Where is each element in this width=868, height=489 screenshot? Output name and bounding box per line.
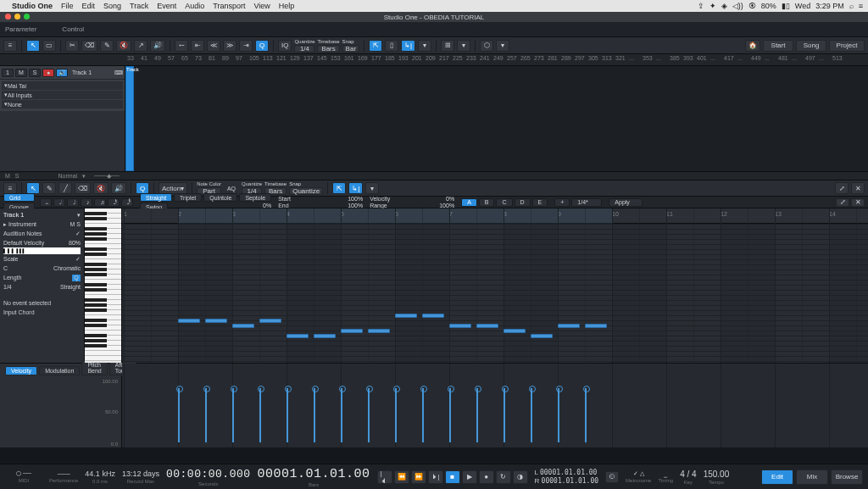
slot-b[interactable]: B [479,198,495,207]
play-button[interactable]: ▶ [462,470,477,484]
track-mute[interactable]: M [15,69,27,77]
midi-note[interactable] [368,329,390,333]
ed-snap-value[interactable]: Quantize [289,187,323,195]
song-button[interactable]: Song [796,40,826,52]
arrow-tool[interactable]: ↖ [26,40,40,52]
arrange-ruler[interactable]: 3341495765738189971051131211291371451531… [0,54,868,66]
scale-name[interactable]: Chromatic [53,265,81,271]
track-solo[interactable]: S [29,69,41,77]
mix-panel-button[interactable]: Mix [796,470,828,485]
quintole-mode[interactable]: Quintole [203,193,237,202]
project-button[interactable]: Project [829,40,865,52]
midi-note[interactable] [504,329,526,333]
automation-dd-icon[interactable]: ▾ [496,40,509,52]
time-signature[interactable]: 4 / 4 [680,470,696,479]
midi-note[interactable] [259,319,281,323]
end-val[interactable]: 100% [348,203,363,208]
menu-icon[interactable]: ≡ [3,40,17,52]
menu-event[interactable]: Event [157,2,176,10]
velocity-area[interactable] [122,364,868,447]
track-output[interactable]: ▾ None [2,100,123,108]
status-dd-icon[interactable]: ▾ [82,173,86,180]
split-tool[interactable]: ✂ [65,40,79,52]
ed-goto-icon[interactable]: ⇱ [332,182,346,194]
ed-goto2-icon[interactable]: ↳| [348,182,363,194]
listen-tool[interactable]: 🔊 [150,40,165,52]
length-q-icon[interactable]: Q [72,275,81,281]
slot-e[interactable]: E [532,198,548,207]
straight-mode[interactable]: Straight [140,193,172,202]
menu-file[interactable]: File [61,2,74,10]
ed-arrow-tool[interactable]: ↖ [26,182,40,194]
midi-note[interactable] [476,324,498,328]
midi-note[interactable] [585,324,607,328]
iq-label[interactable]: IQ [278,40,292,52]
ed-mute-tool[interactable]: 🔇 [93,182,108,194]
midi-note[interactable] [287,334,309,338]
velocity-bar[interactable] [558,388,559,442]
midi-note[interactable] [205,319,227,323]
apply-button[interactable]: Apply [609,198,643,207]
home-icon[interactable]: 🏠 [745,40,760,52]
menu-song[interactable]: Song [103,2,121,10]
start-button[interactable]: Start [763,40,793,52]
minimize-window-icon[interactable] [14,14,20,19]
automation-icon[interactable]: ⬡ [480,40,493,52]
grid-icon[interactable]: ⊞ [441,40,454,52]
erase-tool[interactable]: ⌫ [81,40,97,52]
draw-tool[interactable]: ✎ [100,40,114,52]
loop-l-value[interactable]: 00001.01.01.00 [540,469,597,476]
note-sixteenth-icon[interactable]: ♬ [94,198,106,207]
time-bars[interactable]: 00001.01.01.00 [258,467,370,481]
editor-track[interactable]: Track 1 [3,212,24,218]
grid-mode[interactable]: Grid [3,193,35,202]
metronome[interactable]: ✓ △ [633,470,644,477]
aq-icon[interactable]: AQ [227,186,236,192]
arrange-lane[interactable]: Track [125,66,868,171]
track-name[interactable]: Track 1 [72,69,92,75]
snap-value[interactable]: Bar [342,45,359,53]
action-button[interactable]: Action ▾ [159,182,187,194]
midi-note[interactable] [449,324,471,328]
length-val[interactable]: 1/4* [571,198,602,207]
velocity-bar[interactable] [368,388,370,442]
track-record[interactable]: ● [42,69,54,77]
ed-goto-dd-icon[interactable]: ▾ [365,182,379,194]
volume-icon[interactable]: ◁)) [732,2,743,10]
spotlight-icon[interactable]: ⌕ [849,2,854,10]
velocity-bar[interactable] [205,388,207,442]
menu-view[interactable]: View [253,2,270,10]
traffic-lights[interactable] [5,14,30,19]
ed-erase-tool[interactable]: ⌫ [75,182,91,194]
note-half-icon[interactable]: 𝅗𝅥 [53,198,65,207]
midi-note[interactable] [422,314,444,318]
midi-note[interactable] [341,329,363,333]
marker-go-icon[interactable]: ⇱ [369,40,382,52]
midi-note[interactable] [395,314,417,318]
browse-panel-button[interactable]: Browse [831,470,863,485]
note-eighth-icon[interactable]: ♪ [81,198,92,207]
aq-icon[interactable]: Q [255,40,269,52]
range-tool[interactable]: ▭ [42,40,56,52]
start-val[interactable]: 100% [348,196,363,202]
goto-start-icon[interactable]: |⏴ [377,470,392,484]
velocity-bar[interactable] [395,388,397,442]
app-name[interactable]: Studio One [12,2,53,10]
preroll-icon[interactable]: ⏲ [605,471,619,483]
wifi-icon[interactable]: ⦿ [748,2,756,10]
goto-end-icon[interactable]: ⏵| [428,470,443,484]
bend-tool[interactable]: ↗ [134,40,147,52]
menu-edit[interactable]: Edit [82,2,96,10]
zoom-window-icon[interactable] [24,14,30,19]
quantize-value[interactable]: 1/4 [294,45,314,53]
slot-c[interactable]: C [496,198,512,207]
status-mode[interactable]: Normal [58,173,78,179]
note-quarter-icon[interactable]: ♩ [67,198,79,207]
track-kbd-icon[interactable]: ⌨ [114,69,123,76]
mute-tool[interactable]: 🔇 [116,40,131,52]
menu-extras-icon[interactable]: ≡ [859,2,863,10]
tab-modulation[interactable]: Modulation [39,366,80,375]
mini-keyboard[interactable]: ▌ ▌ ▌▐▐▐ [3,248,24,253]
dropbox-icon[interactable]: ⇪ [698,2,704,10]
ed-line-tool[interactable]: ╱ [58,182,72,194]
